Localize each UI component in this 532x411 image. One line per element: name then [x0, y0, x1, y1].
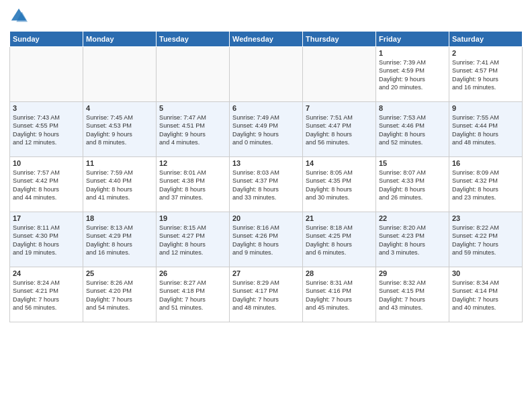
day-number: 3 — [13, 104, 80, 112]
day-info: Sunrise: 7:57 AMSunset: 4:42 PMDaylight:… — [13, 169, 80, 202]
day-info: Sunrise: 7:41 AMSunset: 4:57 PMDaylight:… — [452, 58, 519, 92]
day-info: Sunrise: 8:16 AMSunset: 4:26 PMDaylight:… — [232, 224, 300, 257]
day-info: Sunrise: 7:45 AMSunset: 4:53 PMDaylight:… — [86, 113, 153, 147]
calendar-cell — [83, 47, 157, 102]
day-info: Sunrise: 8:32 AMSunset: 4:15 PMDaylight:… — [379, 279, 446, 312]
day-info: Sunrise: 8:29 AMSunset: 4:17 PMDaylight:… — [232, 279, 300, 312]
calendar-cell: 24Sunrise: 8:24 AMSunset: 4:21 PMDayligh… — [10, 267, 83, 322]
day-number: 13 — [232, 159, 300, 167]
day-info: Sunrise: 8:15 AMSunset: 4:27 PMDaylight:… — [159, 224, 226, 257]
day-info: Sunrise: 8:09 AMSunset: 4:32 PMDaylight:… — [452, 169, 519, 202]
calendar-cell: 3Sunrise: 7:43 AMSunset: 4:55 PMDaylight… — [10, 102, 83, 157]
day-number: 8 — [379, 104, 446, 112]
day-number: 24 — [13, 269, 80, 277]
day-info: Sunrise: 8:22 AMSunset: 4:22 PMDaylight:… — [452, 224, 519, 257]
day-number: 27 — [232, 269, 300, 277]
calendar-cell: 1Sunrise: 7:39 AMSunset: 4:59 PMDaylight… — [376, 47, 449, 102]
day-number: 21 — [306, 214, 373, 222]
weekday-header: Monday — [83, 32, 157, 47]
calendar-cell: 4Sunrise: 7:45 AMSunset: 4:53 PMDaylight… — [83, 102, 157, 157]
day-info: Sunrise: 8:11 AMSunset: 4:30 PMDaylight:… — [13, 224, 80, 257]
day-number: 19 — [159, 214, 226, 222]
day-number: 7 — [306, 104, 373, 112]
calendar-cell — [230, 47, 303, 102]
day-number: 17 — [13, 214, 80, 222]
calendar-cell: 10Sunrise: 7:57 AMSunset: 4:42 PMDayligh… — [10, 157, 83, 212]
day-number: 14 — [306, 159, 373, 167]
calendar-cell: 23Sunrise: 8:22 AMSunset: 4:22 PMDayligh… — [449, 212, 523, 267]
day-info: Sunrise: 8:01 AMSunset: 4:38 PMDaylight:… — [159, 169, 226, 202]
day-info: Sunrise: 7:47 AMSunset: 4:51 PMDaylight:… — [159, 113, 226, 147]
logo-icon — [9, 7, 28, 26]
calendar-week-row: 17Sunrise: 8:11 AMSunset: 4:30 PMDayligh… — [10, 212, 523, 267]
day-number: 12 — [159, 159, 226, 167]
calendar-cell: 26Sunrise: 8:27 AMSunset: 4:18 PMDayligh… — [157, 267, 230, 322]
calendar-cell: 18Sunrise: 8:13 AMSunset: 4:29 PMDayligh… — [83, 212, 157, 267]
day-number: 2 — [452, 49, 519, 57]
day-info: Sunrise: 8:34 AMSunset: 4:14 PMDaylight:… — [452, 279, 519, 312]
calendar-cell: 6Sunrise: 7:49 AMSunset: 4:49 PMDaylight… — [230, 102, 303, 157]
day-number: 22 — [379, 214, 446, 222]
calendar-cell: 29Sunrise: 8:32 AMSunset: 4:15 PMDayligh… — [376, 267, 449, 322]
day-info: Sunrise: 8:18 AMSunset: 4:25 PMDaylight:… — [306, 224, 373, 257]
calendar-week-row: 24Sunrise: 8:24 AMSunset: 4:21 PMDayligh… — [10, 267, 523, 322]
day-info: Sunrise: 7:51 AMSunset: 4:47 PMDaylight:… — [306, 113, 373, 147]
calendar-cell — [10, 47, 83, 102]
calendar-cell: 11Sunrise: 7:59 AMSunset: 4:40 PMDayligh… — [83, 157, 157, 212]
calendar-cell: 17Sunrise: 8:11 AMSunset: 4:30 PMDayligh… — [10, 212, 83, 267]
day-number: 6 — [232, 104, 300, 112]
calendar-cell: 14Sunrise: 8:05 AMSunset: 4:35 PMDayligh… — [303, 157, 376, 212]
calendar-cell: 30Sunrise: 8:34 AMSunset: 4:14 PMDayligh… — [449, 267, 523, 322]
day-number: 30 — [452, 269, 519, 277]
day-info: Sunrise: 7:39 AMSunset: 4:59 PMDaylight:… — [379, 58, 446, 92]
calendar-cell: 7Sunrise: 7:51 AMSunset: 4:47 PMDaylight… — [303, 102, 376, 157]
calendar-cell: 27Sunrise: 8:29 AMSunset: 4:17 PMDayligh… — [230, 267, 303, 322]
calendar-week-row: 1Sunrise: 7:39 AMSunset: 4:59 PMDaylight… — [10, 47, 523, 102]
day-info: Sunrise: 7:49 AMSunset: 4:49 PMDaylight:… — [232, 113, 300, 147]
day-number: 11 — [86, 159, 153, 167]
calendar-cell: 20Sunrise: 8:16 AMSunset: 4:26 PMDayligh… — [230, 212, 303, 267]
day-number: 9 — [452, 104, 519, 112]
calendar-cell: 28Sunrise: 8:31 AMSunset: 4:16 PMDayligh… — [303, 267, 376, 322]
day-number: 5 — [159, 104, 226, 112]
calendar-cell: 15Sunrise: 8:07 AMSunset: 4:33 PMDayligh… — [376, 157, 449, 212]
calendar-cell: 21Sunrise: 8:18 AMSunset: 4:25 PMDayligh… — [303, 212, 376, 267]
calendar-cell — [303, 47, 376, 102]
day-info: Sunrise: 8:13 AMSunset: 4:29 PMDaylight:… — [86, 224, 153, 257]
day-number: 18 — [86, 214, 153, 222]
day-info: Sunrise: 8:07 AMSunset: 4:33 PMDaylight:… — [379, 169, 446, 202]
weekday-header: Tuesday — [157, 32, 230, 47]
day-info: Sunrise: 7:43 AMSunset: 4:55 PMDaylight:… — [13, 113, 80, 147]
day-number: 20 — [232, 214, 300, 222]
calendar-cell: 8Sunrise: 7:53 AMSunset: 4:46 PMDaylight… — [376, 102, 449, 157]
weekday-header: Saturday — [449, 32, 523, 47]
calendar-cell: 13Sunrise: 8:03 AMSunset: 4:37 PMDayligh… — [230, 157, 303, 212]
calendar-header-row: SundayMondayTuesdayWednesdayThursdayFrid… — [10, 32, 523, 47]
calendar-cell: 2Sunrise: 7:41 AMSunset: 4:57 PMDaylight… — [449, 47, 523, 102]
day-number: 4 — [86, 104, 153, 112]
day-info: Sunrise: 8:27 AMSunset: 4:18 PMDaylight:… — [159, 279, 226, 312]
calendar-cell: 5Sunrise: 7:47 AMSunset: 4:51 PMDaylight… — [157, 102, 230, 157]
weekday-header: Wednesday — [230, 32, 303, 47]
weekday-header: Friday — [376, 32, 449, 47]
day-number: 15 — [379, 159, 446, 167]
day-info: Sunrise: 7:59 AMSunset: 4:40 PMDaylight:… — [86, 169, 153, 202]
calendar-table: SundayMondayTuesdayWednesdayThursdayFrid… — [9, 31, 523, 322]
calendar-cell: 16Sunrise: 8:09 AMSunset: 4:32 PMDayligh… — [449, 157, 523, 212]
day-info: Sunrise: 7:55 AMSunset: 4:44 PMDaylight:… — [452, 113, 519, 147]
logo — [9, 7, 31, 26]
calendar-week-row: 10Sunrise: 7:57 AMSunset: 4:42 PMDayligh… — [10, 157, 523, 212]
day-number: 29 — [379, 269, 446, 277]
day-number: 28 — [306, 269, 373, 277]
day-number: 23 — [452, 214, 519, 222]
calendar-cell: 12Sunrise: 8:01 AMSunset: 4:38 PMDayligh… — [157, 157, 230, 212]
day-info: Sunrise: 7:53 AMSunset: 4:46 PMDaylight:… — [379, 113, 446, 147]
day-number: 26 — [159, 269, 226, 277]
day-info: Sunrise: 8:20 AMSunset: 4:23 PMDaylight:… — [379, 224, 446, 257]
day-info: Sunrise: 8:31 AMSunset: 4:16 PMDaylight:… — [306, 279, 373, 312]
day-number: 1 — [379, 49, 446, 57]
weekday-header: Thursday — [303, 32, 376, 47]
calendar-cell: 22Sunrise: 8:20 AMSunset: 4:23 PMDayligh… — [376, 212, 449, 267]
calendar-cell: 19Sunrise: 8:15 AMSunset: 4:27 PMDayligh… — [157, 212, 230, 267]
calendar-page: SundayMondayTuesdayWednesdayThursdayFrid… — [0, 0, 532, 411]
